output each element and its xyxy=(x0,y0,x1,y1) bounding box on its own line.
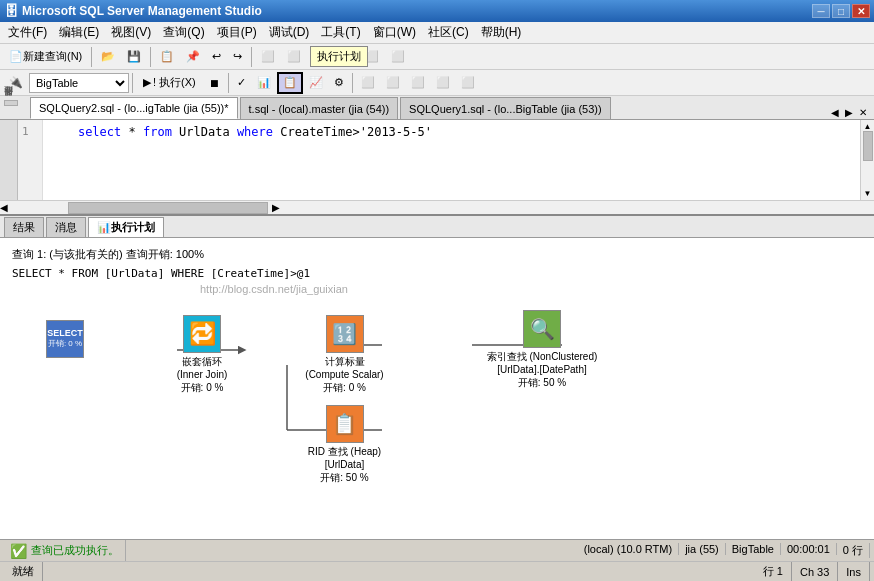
separator-2 xyxy=(150,47,151,67)
nested-loop-cost: 开销: 0 % xyxy=(157,381,247,395)
editor-body: 注册服务器 1 select * from UrlData where Crea… xyxy=(0,120,874,200)
menu-edit[interactable]: 编辑(E) xyxy=(53,22,105,43)
tab-sqlquery2[interactable]: SQLQuery2.sql - (lo...igTable (jia (55))… xyxy=(30,97,238,119)
maximize-button[interactable]: □ xyxy=(832,4,850,18)
scroll-track xyxy=(863,131,873,189)
display-plan-button[interactable]: 📊 xyxy=(252,72,276,94)
database-selector[interactable]: BigTable xyxy=(29,73,129,93)
horizontal-scrollbar[interactable]: ◀ ▶ xyxy=(0,200,874,214)
execution-plan-content: 查询 1: (与该批有关的) 查询开销: 100% SELECT * FROM … xyxy=(0,238,874,539)
open-icon: 📂 xyxy=(101,50,115,63)
status-rows: 0 行 xyxy=(837,543,870,558)
index-seek-label: 索引查找 (NonClustered) xyxy=(477,350,607,363)
menu-window[interactable]: 窗口(W) xyxy=(367,22,422,43)
sql-editor[interactable]: select * from UrlData where CreateTime>'… xyxy=(43,120,860,200)
compute-scalar-cost: 开销: 0 % xyxy=(297,381,392,395)
tab-scroll-right[interactable]: ▶ xyxy=(842,106,856,119)
result-tab-results[interactable]: 结果 xyxy=(4,217,44,237)
plan-node-index-seek[interactable]: 🔍 索引查找 (NonClustered) [UrlData].[DatePat… xyxy=(477,310,607,390)
hscroll-right[interactable]: ▶ xyxy=(272,202,280,213)
nested-loop-subtitle: (Inner Join) xyxy=(157,368,247,381)
plan-node-nested-loop[interactable]: 🔁 嵌套循环 (Inner Join) 开销: 0 % xyxy=(157,315,247,395)
editor-section: 注册服务器 1 select * from UrlData where Crea… xyxy=(0,120,874,214)
status-user: jia (55) xyxy=(679,543,726,555)
nested-loop-label: 嵌套循环 xyxy=(157,355,247,368)
separator-4 xyxy=(132,73,133,93)
tb-extra-5[interactable]: ⬜ xyxy=(456,72,480,94)
hscroll-left[interactable]: ◀ xyxy=(0,202,8,213)
menu-view[interactable]: 视图(V) xyxy=(105,22,157,43)
plan-diagram: SELECT开销: 0 % 🔁 嵌套循环 (Inner Join) 开销: 0 … xyxy=(12,290,862,490)
open-button[interactable]: 📂 xyxy=(96,46,120,68)
query-options-button[interactable]: ⚙ xyxy=(329,72,349,94)
vertical-scrollbar[interactable]: ▲ ▼ xyxy=(860,120,874,200)
nested-loop-icon: 🔁 xyxy=(183,315,221,353)
tb-extra-1[interactable]: ⬜ xyxy=(356,72,380,94)
left-sidebar: 注册服务器 xyxy=(0,120,18,200)
menu-query[interactable]: 查询(Q) xyxy=(157,22,210,43)
tb-btn-6[interactable]: ⬜ xyxy=(386,46,410,68)
menu-tools[interactable]: 工具(T) xyxy=(315,22,366,43)
select-node-icon: SELECT开销: 0 % xyxy=(46,320,84,358)
stop-button[interactable]: ⏹ xyxy=(204,72,225,94)
tab-scroll-left[interactable]: ◀ xyxy=(828,106,842,119)
bottom-col: Ch 33 xyxy=(792,562,838,581)
undo-icon: ↩ xyxy=(212,50,221,63)
minimize-button[interactable]: ─ xyxy=(812,4,830,18)
plan-node-compute-scalar[interactable]: 🔢 计算标量 (Compute Scalar) 开销: 0 % xyxy=(297,315,392,395)
tab-list-button[interactable]: ✕ xyxy=(856,106,870,119)
plan-node-select[interactable]: SELECT开销: 0 % xyxy=(30,320,100,360)
paste-button[interactable]: 📌 xyxy=(181,46,205,68)
sidebar-toggle[interactable]: 注册服务器 xyxy=(4,100,18,106)
plan-sql-line: SELECT * FROM [UrlData] WHERE [CreateTim… xyxy=(12,266,862,282)
success-icon: ✅ xyxy=(10,543,27,559)
separator-3 xyxy=(251,47,252,67)
compute-scalar-label: 计算标量 xyxy=(297,355,392,368)
result-tab-execplan[interactable]: 📊 执行计划 xyxy=(88,217,164,237)
result-tab-messages[interactable]: 消息 xyxy=(46,217,86,237)
new-query-button[interactable]: 📄 新建查询(N) xyxy=(4,46,87,68)
menu-bar: 文件(F) 编辑(E) 视图(V) 查询(Q) 项目(P) 调试(D) 工具(T… xyxy=(0,22,874,44)
menu-file[interactable]: 文件(F) xyxy=(2,22,53,43)
hscroll-thumb[interactable] xyxy=(68,202,268,214)
undo-button[interactable]: ↩ xyxy=(207,46,226,68)
menu-project[interactable]: 项目(P) xyxy=(211,22,263,43)
scroll-thumb[interactable] xyxy=(863,131,873,161)
menu-community[interactable]: 社区(C) xyxy=(422,22,475,43)
index-seek-icon: 🔍 xyxy=(523,310,561,348)
copy-button[interactable]: 📋 xyxy=(155,46,179,68)
title-bar: 🗄 Microsoft SQL Server Management Studio… xyxy=(0,0,874,22)
parse-button[interactable]: ✓ xyxy=(232,72,251,94)
tab-sqlquery1[interactable]: SQLQuery1.sql - (lo...BigTable (jia (53)… xyxy=(400,97,611,119)
copy-icon: 📋 xyxy=(160,50,174,63)
status-success-message: ✅ 查询已成功执行。 xyxy=(4,540,126,561)
line-numbers: 1 xyxy=(18,120,43,200)
editor-tab-bar: 注册服务器 SQLQuery2.sql - (lo...igTable (jia… xyxy=(0,96,874,120)
stop-icon: ⏹ xyxy=(209,77,220,89)
close-button[interactable]: ✕ xyxy=(852,4,870,18)
execute-button[interactable]: ▶ ! 执行(X) xyxy=(136,72,203,93)
connect-button[interactable]: 🔌 xyxy=(4,72,28,94)
tb-extra-4[interactable]: ⬜ xyxy=(431,72,455,94)
tb-extra-2[interactable]: ⬜ xyxy=(381,72,405,94)
exec-plan-icon: 📊 xyxy=(97,221,111,234)
tb-extra-3[interactable]: ⬜ xyxy=(406,72,430,94)
new-query-icon: 📄 xyxy=(9,50,23,63)
menu-debug[interactable]: 调试(D) xyxy=(263,22,316,43)
actual-plan-button[interactable]: 📋 xyxy=(277,72,303,94)
separator-6 xyxy=(352,73,353,93)
status-bar: ✅ 查询已成功执行。 (local) (10.0 RTM) jia (55) B… xyxy=(0,539,874,561)
redo-button[interactable]: ↪ xyxy=(228,46,247,68)
client-stats-button[interactable]: 📈 xyxy=(304,72,328,94)
tab-tsql[interactable]: t.sql - (local).master (jia (54)) xyxy=(240,97,399,119)
tb-btn-1[interactable]: ⬜ xyxy=(256,46,280,68)
tb-btn-2[interactable]: ⬜ xyxy=(282,46,306,68)
toolbar-row-1: 📄 新建查询(N) 📂 💾 📋 📌 ↩ ↪ ⬜ ⬜ ⬜ ⬜ ⬜ ⬜ xyxy=(0,44,874,70)
bottom-state: 就绪 xyxy=(4,562,43,581)
scroll-down-button[interactable]: ▼ xyxy=(864,189,872,198)
save-button[interactable]: 💾 xyxy=(122,46,146,68)
scroll-up-button[interactable]: ▲ xyxy=(864,122,872,131)
menu-help[interactable]: 帮助(H) xyxy=(475,22,528,43)
status-server: (local) (10.0 RTM) xyxy=(578,543,679,555)
plan-node-rid-lookup[interactable]: 📋 RID 查找 (Heap) [UrlData] 开销: 50 % xyxy=(297,405,392,485)
